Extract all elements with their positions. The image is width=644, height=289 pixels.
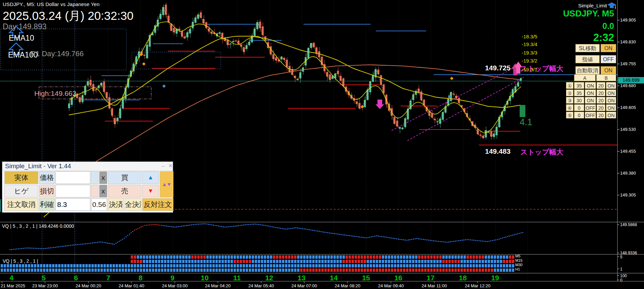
minimize-button[interactable]: – xyxy=(162,163,164,169)
fibo-level-label: -19.3/4 xyxy=(522,41,537,47)
setting-label-1: SL移動 xyxy=(575,44,600,52)
time-axis-label: 24 Mar 04:20 xyxy=(205,283,231,288)
stoploss-spin-cell[interactable] xyxy=(91,185,98,197)
stop-lower-warning: ストップ幅大 xyxy=(520,147,563,157)
sell-arrow-button[interactable]: ▼ xyxy=(142,185,159,197)
ab-header-a: A xyxy=(574,74,596,81)
day-open-label: Day:149.893 xyxy=(3,22,46,31)
hour-number: 10 xyxy=(201,274,208,282)
heatmap-row-label: H1 xyxy=(515,267,520,271)
ab-a-toggle[interactable]: OFF xyxy=(585,104,596,111)
buy-button[interactable]: 買 xyxy=(108,171,142,184)
time-axis-label: 24 Mar 09:40 xyxy=(378,283,404,288)
ab-a-value[interactable]: 0 xyxy=(574,104,584,111)
ab-a-value[interactable]: 30 xyxy=(574,97,584,104)
hour-number: 19 xyxy=(491,274,499,282)
setting-toggle-2[interactable]: OFF xyxy=(601,55,616,63)
ab-b-value[interactable]: 20 xyxy=(597,112,605,118)
wick-mode-button[interactable]: ヒゲ xyxy=(4,185,38,197)
price-axis-label: 149.455 xyxy=(620,149,636,154)
ab-header-b: B xyxy=(596,74,616,81)
ab-row-num: ① xyxy=(566,82,573,89)
vq-mtf-indicator-label: VQ | 5 , 3 , 2 , 1 | xyxy=(3,258,38,264)
price-axis-label: 149.680 xyxy=(620,83,636,88)
price-axis-label: 149.305 xyxy=(620,192,636,197)
cancel-order-button[interactable]: 注文取消 xyxy=(4,198,38,211)
takeprofit-input[interactable] xyxy=(55,198,90,211)
heatmap-row-label: M5 xyxy=(515,254,520,258)
hour-number: 5 xyxy=(42,274,46,282)
hour-number: 16 xyxy=(394,274,402,282)
updown-toggle-button[interactable]: ▲▼ xyxy=(160,171,173,197)
price-spin-cell[interactable] xyxy=(91,171,98,184)
vq-axis-bottom: 148.9336 xyxy=(620,251,637,255)
ab-row-num: ④ xyxy=(566,104,573,111)
simple-limit-panel[interactable]: Simple_Limit - Ver 1.44 – ✕ 実体 価格 x 買 ▲ … xyxy=(2,161,173,213)
buy-arrow-button[interactable]: ▲ xyxy=(142,171,159,184)
time-axis-label: 24 Mar 07:00 xyxy=(291,283,317,288)
ab-b-value[interactable]: 20 xyxy=(597,97,605,104)
hour-number: 14 xyxy=(330,274,337,282)
fibo-level-label: -19.3/3 xyxy=(522,50,537,56)
ab-a-toggle[interactable]: ON xyxy=(585,89,596,96)
ab-b-toggle[interactable]: ON xyxy=(606,104,616,111)
profit-pips-value: 4.1 xyxy=(520,117,532,128)
clear-price-button[interactable]: x xyxy=(99,171,107,184)
heatmap-axis-top: 5 xyxy=(620,255,622,259)
overlay-spread-value: 0.0 xyxy=(602,21,614,31)
clock-datetime-label: 2025.03.24 (月) 20:32:30 xyxy=(3,8,133,24)
current-price-badge: 149.699 xyxy=(618,77,644,83)
close-position-button[interactable]: 決済 xyxy=(108,198,124,211)
stoploss-input[interactable] xyxy=(55,185,90,197)
panel-title: Simple_Limit - Ver 1.44 xyxy=(5,162,71,170)
candle-countdown-timer: 2:32 xyxy=(593,32,614,44)
signal-axis-top: 100 xyxy=(620,274,627,278)
vq-axis-top: 149.5868 xyxy=(620,222,637,227)
clear-stoploss-button[interactable]: x xyxy=(99,185,107,197)
hour-number: 18 xyxy=(459,274,467,282)
time-axis-label: 23 Mar 23:00 xyxy=(32,283,58,288)
price-axis-label: 149.530 xyxy=(620,127,636,132)
ab-b-value[interactable]: 20 xyxy=(597,89,605,96)
price-axis-label: 149.830 xyxy=(620,39,636,44)
price-axis-label: 149.605 xyxy=(620,105,636,110)
body-mode-button[interactable]: 実体 xyxy=(4,171,38,184)
hour-number: 4 xyxy=(9,274,13,282)
ab-a-toggle[interactable]: ON xyxy=(585,97,596,104)
chart-canvas[interactable] xyxy=(0,0,644,289)
hour-number: 7 xyxy=(106,274,110,282)
stop-upper-price: 149.725 xyxy=(485,64,511,72)
ab-b-toggle[interactable]: ON xyxy=(606,112,616,118)
ab-a-toggle[interactable]: OFF xyxy=(585,112,596,118)
ab-a-value[interactable]: 0 xyxy=(574,112,584,118)
reverse-order-button[interactable]: 反対注文 xyxy=(142,198,173,211)
heatmap-axis-bottom: 1 xyxy=(620,267,622,272)
spread-readout: 0.56 xyxy=(91,198,107,211)
ab-b-value[interactable]: 20 xyxy=(597,82,605,89)
hour-number: 13 xyxy=(297,274,305,282)
setting-toggle-1[interactable]: ON xyxy=(601,44,616,52)
ab-a-toggle[interactable]: ON xyxy=(585,82,596,89)
ab-b-toggle[interactable]: ON xyxy=(606,89,616,96)
r1-pivot-label: R1 Day:149.766 xyxy=(30,49,84,58)
ab-b-value[interactable]: 20 xyxy=(597,104,605,111)
mt5-chart-window: { "header": { "symbol_title": "USDJPY., … xyxy=(0,0,644,289)
signal-axis-bottom: 0 xyxy=(620,278,622,283)
ab-b-toggle[interactable]: ON xyxy=(606,97,616,104)
indicator-name-label: Simple_Limit xyxy=(578,3,607,8)
panel-titlebar[interactable]: Simple_Limit - Ver 1.44 – ✕ xyxy=(2,162,173,171)
sell-button[interactable]: 売 xyxy=(108,185,142,197)
hour-number: 11 xyxy=(233,274,241,282)
time-axis-label: 21 Mar 2025 xyxy=(1,283,25,288)
hour-number: 17 xyxy=(427,274,434,282)
ab-b-toggle[interactable]: ON xyxy=(606,82,616,89)
price-input[interactable] xyxy=(55,171,90,184)
ab-a-value[interactable]: 35 xyxy=(574,82,584,89)
ab-a-value[interactable]: 35 xyxy=(574,89,584,96)
stop-lower-price: 149.483 xyxy=(485,147,511,155)
close-all-button[interactable]: 全決済 xyxy=(125,198,142,211)
hour-number: 6 xyxy=(74,274,78,282)
fibo-level-label: -19.3/2 xyxy=(522,58,537,64)
close-window-button[interactable]: ✕ xyxy=(168,163,173,169)
setting-toggle-3[interactable]: ON xyxy=(601,66,616,74)
